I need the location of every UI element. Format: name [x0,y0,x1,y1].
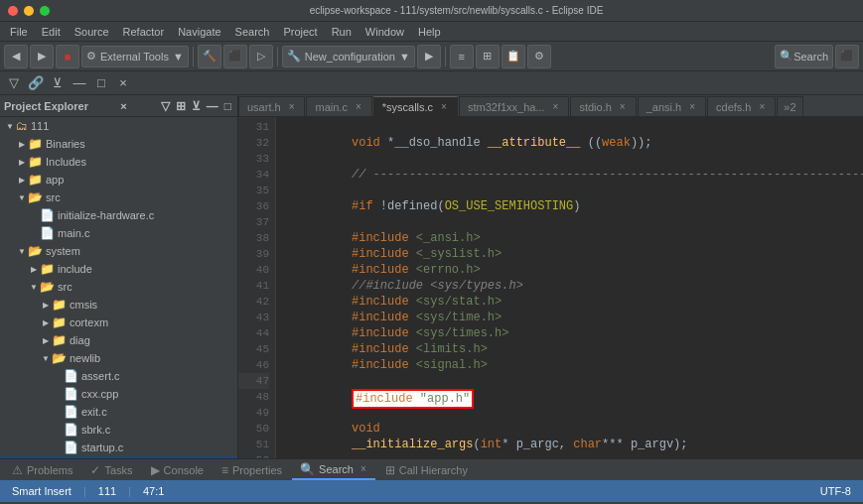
tab-main-c[interactable]: main.c × [306,96,371,116]
tab-cdefs-h-close[interactable]: × [757,101,767,112]
menu-source[interactable]: Source [69,25,115,39]
close-window-btn[interactable] [8,6,18,16]
tree-item-init-hw[interactable]: 📄 initialize-hardware.c [0,206,237,224]
tab-usart-h[interactable]: usart.h × [238,96,305,116]
stop-btn[interactable]: ■ [56,45,79,68]
tab-console[interactable]: ▶ Console [143,460,212,480]
tree-item-cortexm[interactable]: ▶ 📁 cortexm [0,314,237,331]
tab-search-label: Search [319,463,354,475]
tab-search-close[interactable]: × [360,463,367,474]
tree-item-cmsis[interactable]: ▶ 📁 cmsis [0,296,237,314]
tree-item-sbrk-c[interactable]: 📄 sbrk.c [0,421,237,439]
menu-window[interactable]: Window [360,25,410,39]
tab-usart-h-close[interactable]: × [287,101,297,112]
tree-label-newlib: newlib [70,352,100,364]
tab-stm32f1xx[interactable]: stm32f1xx_ha... × [459,96,570,116]
menu-project[interactable]: Project [277,25,323,39]
cortexm-icon: 📁 [52,315,67,329]
sidebar-collapse-btn[interactable]: ▽ [159,98,172,114]
tab-properties-label: Properties [232,464,282,476]
tree-label-includes: Includes [46,156,86,168]
toolbar-btn-3[interactable]: ▷ [249,45,273,68]
tree-arrow-system: ▼ [16,247,28,256]
back-btn[interactable]: ◀ [4,45,28,68]
tab-tasks[interactable]: ✓ Tasks [82,460,140,480]
toolbar-misc-2[interactable]: ⊞ [476,45,500,68]
menu-edit[interactable]: Edit [36,25,67,39]
tree-arrow-include-dir: ▶ [28,265,40,274]
tab-syscalls-c-close[interactable]: × [439,101,449,112]
tree-item-diag[interactable]: ▶ 📁 diag [0,331,237,349]
tree-item-newlib[interactable]: ▼ 📂 newlib [0,349,237,367]
sidebar-link-btn[interactable]: ⊞ [174,98,188,114]
minimize-view-btn[interactable]: — [70,73,89,93]
tab-problems-label: Problems [27,464,72,476]
tab-stdio-h-close[interactable]: × [618,101,628,112]
tab-call-hierarchy[interactable]: ⊞ Call Hierarchy [377,460,476,480]
menu-navigate[interactable]: Navigate [172,25,226,39]
run-btn[interactable]: ▶ [417,45,441,68]
tab-ansi-h[interactable]: _ansi.h × [638,96,706,116]
tab-search[interactable]: 🔍 Search × [292,460,375,480]
window-controls[interactable] [8,6,50,16]
src-dir-icon: 📂 [40,280,55,294]
close-view-btn[interactable]: × [113,73,133,93]
filter-btn[interactable]: ⊻ [48,73,68,93]
tree-item-startup-c[interactable]: 📄 startup.c [0,439,237,456]
toolbar-btn-2[interactable]: ⬛ [223,45,247,68]
tree-item-cxx-cpp[interactable]: 📄 cxx.cpp [0,385,237,403]
tab-main-c-close[interactable]: × [354,101,363,112]
toolbar-btn-1[interactable]: 🔨 [198,45,221,68]
tab-problems[interactable]: ⚠ Problems [4,460,80,480]
forward-btn[interactable]: ▶ [30,45,54,68]
maximize-view-btn[interactable]: □ [91,73,111,93]
menu-refactor[interactable]: Refactor [117,25,171,39]
code-content[interactable]: void *__dso_handle __attribute__ ((weak)… [276,117,863,458]
tree-label-init-hw: initialize-hardware.c [58,209,154,221]
main-c-file-icon: 📄 [40,226,55,240]
menu-file[interactable]: File [4,25,34,39]
minimize-window-btn[interactable] [24,6,34,16]
tab-properties[interactable]: ≡ Properties [214,460,290,480]
tree-item-system[interactable]: ▼ 📂 system [0,242,237,260]
new-config-dropdown[interactable]: 🔧 New_configuration ▼ [282,46,415,67]
tab-stm32f1xx-close[interactable]: × [551,101,561,112]
search-toolbar-btn[interactable]: 🔍 Search [775,45,833,68]
project-explorer-close-btn[interactable]: × [120,100,126,112]
tab-cdefs-h[interactable]: cdefs.h × [707,96,776,116]
tree-item-binaries[interactable]: ▶ 📁 Binaries [0,135,237,153]
toolbar-misc-1[interactable]: ≡ [450,45,474,68]
tree-item-assert-c[interactable]: 📄 assert.c [0,367,237,385]
line-numbers: 31 32 33 34 35 36 37 38 39 40 41 42 43 4… [238,117,276,458]
code-editor[interactable]: 31 32 33 34 35 36 37 38 39 40 41 42 43 4… [238,117,863,458]
tree-label-startup-c: startup.c [81,441,123,453]
sidebar-minimize-btn[interactable]: — [205,98,220,114]
perspectives-btn[interactable]: ⬛ [835,45,859,68]
tree-item-src[interactable]: ▼ 📂 src [0,189,237,206]
includes-icon: 📁 [28,155,43,169]
editor-tab-bar: usart.h × main.c × *syscalls.c × stm32f1… [238,95,863,117]
collapse-btn[interactable]: ▽ [4,73,24,93]
tree-item-exit-c[interactable]: 📄 exit.c [0,403,237,421]
tab-syscalls-c[interactable]: *syscalls.c × [373,96,458,116]
tree-item-include-dir[interactable]: ▶ 📁 include [0,260,237,278]
tab-ansi-h-close[interactable]: × [687,101,697,112]
tab-overflow[interactable]: »2 [777,96,802,116]
sidebar-maximize-btn[interactable]: □ [222,98,233,114]
external-tools-dropdown[interactable]: ⚙ External Tools ▼ [81,46,189,67]
tab-stdio-h[interactable]: stdio.h × [570,96,636,116]
toolbar-misc-3[interactable]: 📋 [502,45,525,68]
tree-item-src-dir[interactable]: ▼ 📂 src [0,278,237,296]
tree-item-111[interactable]: ▼ 🗂 111 [0,117,237,135]
menu-help[interactable]: Help [412,25,447,39]
link-btn[interactable]: 🔗 [26,73,46,93]
toolbar-misc-4[interactable]: ⚙ [527,45,551,68]
tree-item-syscalls-c[interactable]: 📄 syscalls.c [0,456,237,458]
tree-item-includes[interactable]: ▶ 📁 Includes [0,153,237,171]
tree-item-app[interactable]: ▶ 📁 app [0,171,237,189]
sidebar-filter-btn[interactable]: ⊻ [190,98,203,114]
tree-item-main-c[interactable]: 📄 main.c [0,224,237,242]
menu-run[interactable]: Run [326,25,358,39]
menu-search[interactable]: Search [229,25,276,39]
maximize-window-btn[interactable] [40,6,50,16]
